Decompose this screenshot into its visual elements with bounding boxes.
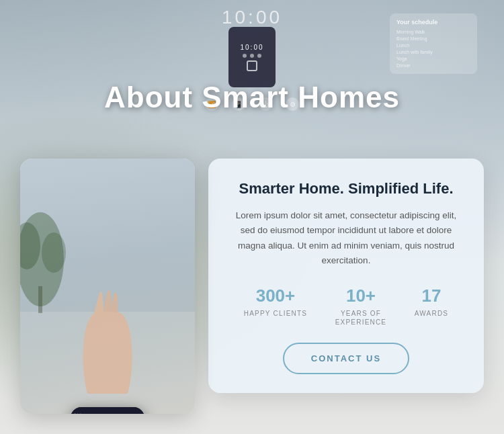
stat-number-clients: 300+ — [256, 286, 296, 306]
tablet-panel: 10:00 — [228, 27, 276, 87]
contact-us-button[interactable]: CONTACT US — [283, 343, 409, 374]
tablet-icon — [257, 54, 261, 58]
stats-row: 300+ HAPPY CLIENTS 10+ YEARS OFEXPERIENC… — [230, 279, 462, 329]
content-area: Living room 20.5° Monday✓ Tuesday✓ Wedne… — [0, 159, 504, 434]
phone-device: Living room 20.5° Monday✓ Tuesday✓ Wedne… — [71, 407, 144, 414]
stat-label-years: YEARS OFEXPERIENCE — [335, 309, 386, 327]
stat-label-clients: HAPPY CLIENTS — [244, 309, 307, 318]
schedule-item: Dinner — [396, 62, 470, 69]
stat-number-years: 10+ — [346, 286, 376, 306]
svg-rect-1 — [38, 286, 42, 313]
svg-point-3 — [42, 232, 66, 273]
schedule-title: Your schedule — [396, 19, 470, 26]
schedule-item: Yoga — [396, 55, 470, 62]
info-card-description: Lorem ipsum dolor sit amet, consectetur … — [230, 208, 462, 268]
stat-happy-clients: 300+ HAPPY CLIENTS — [244, 286, 307, 327]
info-card: Smarter Home. Simplified Life. Lorem ips… — [208, 159, 484, 393]
stat-years-experience: 10+ YEARS OFEXPERIENCE — [335, 286, 386, 327]
schedule-item: Board Meeting — [396, 35, 470, 42]
clock-time: 10:00 — [222, 7, 282, 28]
tablet-icon — [250, 54, 254, 58]
clock-display: 10:00 — [222, 7, 282, 28]
phone-card: Living room 20.5° Monday✓ Tuesday✓ Wedne… — [20, 159, 195, 414]
schedule-panel: Your schedule Morning Walk Board Meeting… — [390, 13, 477, 74]
tablet-home-icon — [247, 60, 257, 71]
schedule-item: Lunch with family — [396, 48, 470, 55]
hero-title-container: About Smart Homes — [0, 81, 504, 114]
phone-scene: Living room 20.5° Monday✓ Tuesday✓ Wedne… — [20, 159, 195, 414]
stat-label-awards: AWARDS — [415, 309, 448, 318]
stat-awards: 17 AWARDS — [415, 286, 448, 327]
tablet-icons — [243, 54, 261, 58]
tablet-clock: 10:00 — [240, 44, 263, 51]
phone-room-label: Living room — [75, 413, 140, 414]
page-title: About Smart Homes — [0, 81, 504, 114]
tablet-icon — [243, 54, 247, 58]
hand — [74, 286, 141, 394]
phone-screen: Living room 20.5° Monday✓ Tuesday✓ Wedne… — [71, 407, 144, 414]
plant-silhouette — [20, 206, 67, 313]
schedule-item: Lunch — [396, 42, 470, 48]
schedule-item: Morning Walk — [396, 28, 470, 35]
stat-number-awards: 17 — [422, 286, 442, 306]
info-card-title: Smarter Home. Simplified Life. — [230, 180, 462, 198]
